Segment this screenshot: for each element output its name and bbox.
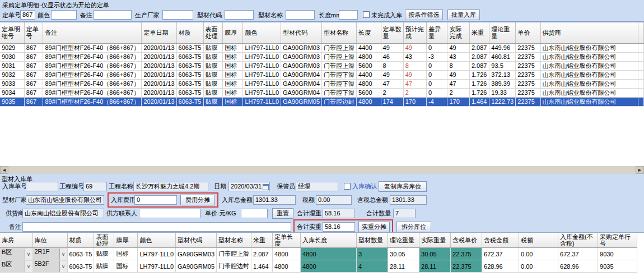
table-cell[interactable]: 国标 xyxy=(114,248,138,260)
table-cell[interactable] xyxy=(638,43,643,52)
column-header[interactable]: 定单数量 xyxy=(381,22,403,43)
total-amount-field[interactable]: 1301.33 xyxy=(253,195,296,205)
column-header[interactable]: 长度 xyxy=(357,22,381,43)
table-cell[interactable]: LH797-1LL0 xyxy=(243,97,281,106)
total-qty-field[interactable]: 7 xyxy=(393,209,416,218)
table-cell[interactable]: 贴膜 xyxy=(203,97,223,106)
table-cell[interactable]: 47 xyxy=(447,79,469,88)
table-cell[interactable]: 贴膜 xyxy=(203,88,223,97)
table-cell[interactable]: 贴膜 xyxy=(203,43,223,52)
table-cell[interactable]: GA90GRM03 xyxy=(176,248,217,260)
table-cell[interactable]: 22375 xyxy=(516,88,540,97)
column-header[interactable]: 表面处理 xyxy=(203,22,223,43)
table-row[interactable]: 903086789#门框型材F26-F40（866+867）2020/01/13… xyxy=(0,52,644,61)
table-cell[interactable]: LH797-1LL0 xyxy=(138,260,176,273)
table-cell[interactable]: 山东南山铝业股份有限公司 xyxy=(540,88,638,97)
table-cell[interactable]: 22375 xyxy=(516,61,540,70)
table-cell[interactable]: 89#门框型材F26-F40（866+867） xyxy=(43,70,142,79)
table-cell[interactable]: 170 xyxy=(403,97,426,106)
table-cell[interactable]: 门带腔上滑 xyxy=(322,43,357,52)
table-cell[interactable]: 1.726 xyxy=(469,88,489,97)
table-cell[interactable]: 2R1F∨ xyxy=(32,248,67,260)
column-header[interactable]: 膜厚 xyxy=(223,22,243,43)
table-cell[interactable]: 0 xyxy=(427,79,447,88)
table-cell[interactable]: LH797-1LL0 xyxy=(138,248,176,260)
filter-by-condition-button[interactable]: 按条件筛选 xyxy=(405,10,443,20)
project-no-field[interactable]: 69 xyxy=(83,182,107,191)
table-cell[interactable]: 国标 xyxy=(223,43,243,52)
table-cell[interactable]: B区∨ xyxy=(0,260,32,273)
table-cell[interactable]: 1222.73 xyxy=(489,97,516,106)
table-cell[interactable]: 门带腔边封 xyxy=(322,97,357,106)
table-cell[interactable]: 5600 xyxy=(357,61,381,70)
table-cell[interactable]: 9029 xyxy=(0,43,24,52)
table-cell[interactable]: 46 xyxy=(381,52,403,61)
table-cell[interactable]: 8 xyxy=(403,61,426,70)
calendar-icon[interactable] xyxy=(263,184,269,190)
table-cell[interactable]: 国标 xyxy=(223,61,243,70)
table-cell[interactable]: 国标 xyxy=(223,79,243,88)
horizontal-scrollbar[interactable]: ◄ ► xyxy=(0,166,644,174)
table-cell[interactable]: 93.5 xyxy=(489,61,516,70)
table-cell[interactable]: 6063-T5 xyxy=(67,248,94,260)
table-cell[interactable]: 49 xyxy=(403,43,426,52)
table-cell[interactable]: 22375 xyxy=(516,79,540,88)
table-cell[interactable]: 4800 xyxy=(357,97,381,106)
table-cell[interactable]: 9032 xyxy=(0,70,24,79)
table-cell[interactable] xyxy=(638,61,643,70)
table-cell[interactable]: 4400 xyxy=(357,70,381,79)
table-cell[interactable]: 867 xyxy=(24,97,43,106)
table-cell[interactable]: 2020/01/13 xyxy=(142,79,176,88)
inbound-fee-field[interactable]: 0 xyxy=(134,195,177,205)
table-cell[interactable]: 2020/01/13 xyxy=(142,70,176,79)
table-cell[interactable]: 9035 xyxy=(0,97,24,106)
table-cell[interactable]: 2020/01/13 xyxy=(142,61,176,70)
table-cell[interactable]: 49 xyxy=(403,70,426,79)
column-header[interactable]: 含税单价 xyxy=(451,233,482,248)
scroll-right-icon[interactable]: ► xyxy=(636,166,644,174)
copy-warehouse-button[interactable]: 复制库房库位 xyxy=(379,181,427,192)
scroll-left-icon[interactable]: ◄ xyxy=(0,166,8,174)
column-header[interactable]: 备注 xyxy=(43,22,142,43)
table-cell[interactable]: 6063-T5 xyxy=(176,79,203,88)
table-cell[interactable]: 1.726 xyxy=(469,79,489,88)
table-cell[interactable]: 22375 xyxy=(516,52,540,61)
column-header[interactable]: 米重 xyxy=(251,233,273,248)
column-header[interactable]: 型材名称 xyxy=(217,233,251,248)
table-cell[interactable]: 贴膜 xyxy=(94,248,114,260)
table-cell[interactable]: 3 xyxy=(357,248,388,260)
table-cell[interactable]: 门带腔下滑 xyxy=(322,88,357,97)
table-cell[interactable]: 2020/01/13 xyxy=(142,97,176,106)
table-cell[interactable]: 国标 xyxy=(223,70,243,79)
table-cell[interactable]: 4800 xyxy=(301,260,357,273)
table-cell[interactable]: 0 xyxy=(427,43,447,52)
table-cell[interactable]: 449.96 xyxy=(489,43,516,52)
color-input[interactable] xyxy=(51,10,77,20)
table-cell[interactable]: 4 xyxy=(357,260,388,273)
chevron-down-icon[interactable]: ∨ xyxy=(59,261,67,272)
table-cell[interactable]: 47 xyxy=(381,79,403,88)
table-cell[interactable]: 0.00 xyxy=(519,260,558,273)
chevron-down-icon[interactable]: ∨ xyxy=(59,249,67,260)
table-cell[interactable]: 山东南山铝业股份有限公司 xyxy=(540,70,638,79)
table-row[interactable]: 902986789#门框型材F26-F40（866+867）2020/01/13… xyxy=(0,43,644,52)
column-header[interactable]: 表面处理 xyxy=(94,233,114,248)
table-cell[interactable]: 贴膜 xyxy=(203,79,223,88)
column-header[interactable]: 差异量 xyxy=(427,22,447,43)
column-header[interactable]: 颜色 xyxy=(138,233,176,248)
table-cell[interactable]: 170 xyxy=(447,97,469,106)
table-cell[interactable]: 2.087 xyxy=(469,61,489,70)
table-cell[interactable]: 4800 xyxy=(357,52,381,61)
table-cell[interactable]: GA90GRM03 xyxy=(281,52,322,61)
column-header[interactable]: 采购定单行号 xyxy=(598,233,637,248)
table-cell[interactable]: 4800 xyxy=(301,248,357,260)
table-cell[interactable]: 2 xyxy=(447,88,469,97)
table-cell[interactable]: 867 xyxy=(24,43,43,52)
table-cell[interactable]: 867 xyxy=(24,88,43,97)
table-cell[interactable] xyxy=(638,97,643,106)
table-cell[interactable]: -4 xyxy=(427,97,447,106)
table-cell[interactable]: 22375 xyxy=(516,97,540,106)
tax-field[interactable]: 0.00 xyxy=(316,195,352,205)
table-cell[interactable]: 867 xyxy=(24,52,43,61)
table-cell[interactable]: 门带腔上滑 xyxy=(322,61,357,70)
